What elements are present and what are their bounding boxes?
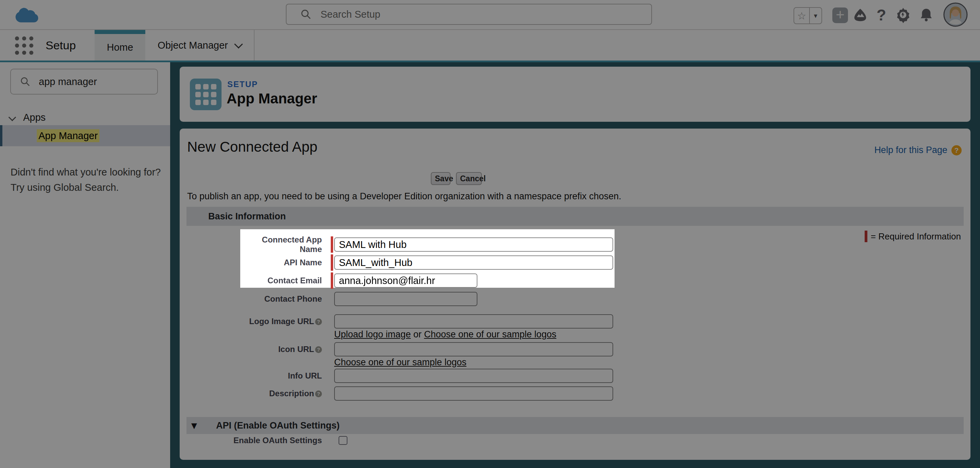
field-help-icon[interactable]: ? [315,346,322,353]
connected-app-name-label: Connected App Name [240,235,322,254]
sidebar-quick-find [10,69,158,95]
walkthrough-spotlight: Connected App Name API Name Contact Emai… [240,229,614,288]
help-icon[interactable]: ? [873,0,889,30]
icon-url-input[interactable] [334,342,613,357]
form-title: New Connected App [187,139,318,155]
collapse-triangle-icon[interactable]: ▼ [191,421,197,430]
global-header: ☆ ▾ + ? [0,0,980,30]
help-for-this-page-link[interactable]: Help for this Page [874,145,947,155]
description-label: Description [269,389,314,398]
salesforce-setup-window: ☆ ▾ + ? [0,0,980,468]
logo-links: Upload logo image or Choose one of our s… [334,329,556,340]
required-indicator [331,273,333,289]
logo-image-url-row: Logo Image URL? [180,314,613,328]
logo-image-url-label: Logo Image URL [249,317,314,326]
contact-phone-label: Contact Phone [180,294,322,304]
contact-phone-input[interactable] [334,292,477,306]
new-connected-app-card: New Connected App Help for this Page ? S… [180,129,970,460]
salesforce-cloud-logo [12,4,41,25]
info-url-input[interactable] [334,369,613,383]
info-url-label: Info URL [180,371,322,381]
field-help-icon[interactable]: ? [315,390,322,397]
sidebar-item-app-manager[interactable]: App Manager [0,125,170,146]
publish-note: To publish an app, you need to be using … [187,191,621,202]
api-name-row: API Name [240,255,613,270]
cancel-button[interactable]: Cancel [456,172,482,185]
icon-url-label: Icon URL [278,344,314,354]
icon-links: Choose one of our sample logos [334,357,466,368]
api-name-input[interactable] [334,255,613,270]
choose-sample-logo-link[interactable]: Choose one of our sample logos [424,329,556,339]
quick-find-input[interactable] [38,76,152,88]
required-indicator [331,254,333,271]
description-input[interactable] [334,386,613,401]
global-actions-add-icon[interactable]: + [832,8,848,23]
logo-image-url-input[interactable] [334,314,613,328]
setup-tabs: Home Object Manager [95,30,255,60]
upload-logo-image-link[interactable]: Upload logo image [334,329,411,339]
required-information-legend: = Required Information [865,231,961,242]
setup-app-label: Setup [46,30,76,60]
notifications-bell-icon[interactable] [918,0,934,30]
sidebar-group-apps[interactable]: Apps [0,108,170,127]
required-indicator [331,236,333,253]
required-indicator [865,231,867,242]
choose-sample-logo-link[interactable]: Choose one of our sample logos [334,357,466,367]
chevron-down-icon [234,40,243,48]
icon-url-row: Icon URL? [180,342,613,357]
favorites-caret-icon[interactable]: ▾ [809,8,821,24]
favorites-star-icon[interactable]: ☆ [794,8,809,24]
enable-oauth-label: Enable OAuth Settings [180,436,322,445]
favorites-button-group: ☆ ▾ [794,7,822,24]
section-api-oauth: ▼ API (Enable OAuth Settings) [186,417,964,434]
breadcrumb: SETUP [227,79,258,89]
sidebar-global-search-hint: Didn't find what you're looking for? Try… [11,165,161,195]
enable-oauth-checkbox[interactable] [339,436,347,445]
search-match-highlight: App Manager [37,129,99,142]
contact-email-row: Contact Email [240,273,477,288]
api-name-label: API Name [240,258,322,267]
search-icon [20,76,30,87]
connected-app-name-input[interactable] [334,237,613,252]
user-avatar[interactable] [943,2,968,27]
setup-sidebar: Apps App Manager Didn't find what you're… [0,62,170,468]
search-icon [300,8,312,20]
setup-navbar: Setup Home Object Manager [0,30,980,62]
global-search-input[interactable] [320,8,593,21]
help-for-this-page: Help for this Page ? [874,145,962,155]
help-question-icon[interactable]: ? [951,145,962,155]
save-button[interactable]: Save [431,172,450,185]
tab-object-manager[interactable]: Object Manager [145,30,254,60]
global-search [286,4,652,25]
section-basic-information: Basic Information [186,207,964,226]
guidance-center-icon[interactable] [852,0,869,30]
page-title: App Manager [227,90,317,107]
contact-email-label: Contact Email [240,276,322,286]
tab-home[interactable]: Home [95,30,145,60]
chevron-down-icon [8,114,16,121]
setup-gear-icon[interactable] [895,0,911,30]
contact-phone-row: Contact Phone [180,292,477,306]
enable-oauth-row: Enable OAuth Settings [180,435,347,446]
setup-content-area: SETUP App Manager New Connected App Help… [170,62,980,468]
app-manager-icon [190,79,221,110]
contact-email-input[interactable] [334,273,477,288]
description-row: Description? [180,386,613,401]
app-launcher-icon[interactable] [15,36,33,55]
connected-app-name-row: Connected App Name [240,237,613,252]
page-header-card: SETUP App Manager [180,67,970,122]
field-help-icon[interactable]: ? [315,318,322,325]
info-url-row: Info URL [180,369,613,383]
